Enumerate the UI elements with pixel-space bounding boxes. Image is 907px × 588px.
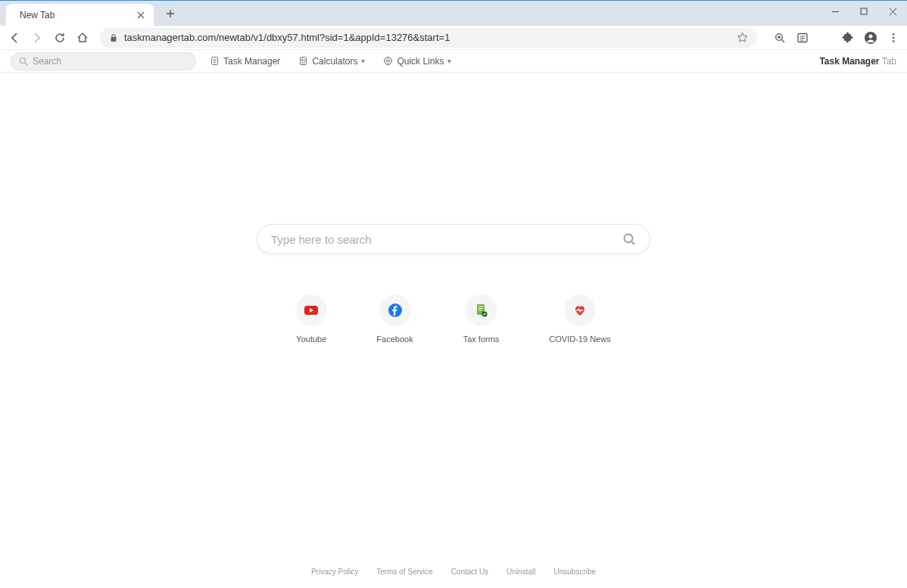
extensions-icon[interactable] bbox=[839, 29, 857, 47]
tab-title: New Tab bbox=[14, 10, 136, 20]
maximize-button[interactable] bbox=[849, 1, 878, 22]
reader-icon[interactable] bbox=[793, 29, 812, 47]
calculator-icon bbox=[298, 56, 308, 66]
quick-links-menu[interactable]: Quick Links ▾ bbox=[379, 53, 456, 70]
brand-logo: Task Manager Tab bbox=[819, 56, 896, 67]
main-search-input[interactable] bbox=[271, 233, 622, 246]
minimize-button[interactable] bbox=[821, 1, 849, 22]
browser-tab[interactable]: New Tab bbox=[6, 4, 154, 26]
chevron-down-icon: ▾ bbox=[361, 57, 365, 65]
main-search-bar[interactable] bbox=[257, 224, 650, 254]
main-content: Youtube Facebook Tax forms COVID-19 News… bbox=[0, 73, 907, 588]
close-window-button[interactable] bbox=[878, 1, 907, 22]
shortcut-label: COVID-19 News bbox=[549, 334, 610, 344]
svg-point-13 bbox=[625, 235, 633, 243]
lock-icon bbox=[109, 33, 118, 42]
quick-links-label: Quick Links bbox=[397, 56, 444, 67]
footer-link-contact[interactable]: Contact Us bbox=[451, 568, 488, 576]
calculators-menu[interactable]: Calculators ▾ bbox=[294, 53, 369, 70]
shortcut-label: Facebook bbox=[376, 334, 413, 344]
search-icon bbox=[19, 57, 28, 66]
heart-icon bbox=[565, 295, 595, 325]
svg-point-6 bbox=[893, 33, 895, 36]
back-button[interactable] bbox=[5, 28, 24, 48]
svg-rect-11 bbox=[301, 58, 307, 65]
search-icon[interactable] bbox=[622, 232, 636, 246]
address-bar[interactable]: taskmanagertab.com/newtab/v1/dbxy57.html… bbox=[100, 28, 757, 48]
svg-point-7 bbox=[893, 36, 895, 39]
youtube-icon bbox=[296, 295, 326, 325]
new-tab-button[interactable] bbox=[160, 3, 181, 24]
extension-toolbar: Search Task Manager Calculators ▾ Quick … bbox=[0, 50, 907, 73]
bookmark-star-icon[interactable] bbox=[737, 32, 748, 43]
chevron-down-icon: ▾ bbox=[447, 57, 451, 65]
footer-link-terms[interactable]: Terms of Service bbox=[376, 568, 432, 576]
zoom-icon[interactable] bbox=[771, 29, 789, 47]
toolbar-search[interactable]: Search bbox=[11, 52, 196, 70]
facebook-icon bbox=[380, 295, 410, 325]
calculators-label: Calculators bbox=[312, 56, 357, 67]
tax-forms-icon bbox=[466, 295, 497, 325]
shortcut-facebook[interactable]: Facebook bbox=[376, 295, 413, 344]
svg-point-5 bbox=[869, 34, 873, 38]
tab-bar: New Tab bbox=[0, 1, 907, 26]
menu-icon[interactable] bbox=[884, 29, 902, 47]
shortcut-youtube[interactable]: Youtube bbox=[296, 295, 326, 344]
tab-close-icon[interactable] bbox=[136, 10, 146, 20]
profile-icon[interactable] bbox=[862, 29, 880, 47]
shortcut-label: Youtube bbox=[296, 334, 326, 344]
shortcuts-row: Youtube Facebook Tax forms COVID-19 News bbox=[296, 295, 610, 344]
svg-point-9 bbox=[20, 58, 26, 63]
home-button[interactable] bbox=[73, 28, 92, 48]
forward-button[interactable] bbox=[27, 28, 47, 48]
svg-point-8 bbox=[893, 40, 895, 42]
svg-rect-1 bbox=[111, 37, 117, 42]
window-controls bbox=[821, 1, 907, 22]
footer-links: Privacy Policy Terms of Service Contact … bbox=[0, 568, 907, 576]
footer-link-privacy[interactable]: Privacy Policy bbox=[311, 568, 358, 576]
toolbar-search-placeholder: Search bbox=[33, 56, 61, 67]
footer-link-uninstall[interactable]: Uninstall bbox=[506, 568, 535, 576]
shortcut-label: Tax forms bbox=[463, 334, 500, 344]
globe-icon bbox=[383, 56, 393, 66]
clipboard-icon bbox=[210, 56, 220, 66]
reload-button[interactable] bbox=[50, 28, 70, 48]
svg-rect-0 bbox=[861, 8, 867, 14]
url-text: taskmanagertab.com/newtab/v1/dbxy57.html… bbox=[124, 32, 737, 43]
shortcut-covid-news[interactable]: COVID-19 News bbox=[549, 295, 610, 344]
footer-link-unsubscribe[interactable]: Unsubscribe bbox=[553, 568, 596, 576]
nav-bar: taskmanagertab.com/newtab/v1/dbxy57.html… bbox=[0, 26, 907, 50]
shortcut-tax-forms[interactable]: Tax forms bbox=[463, 295, 500, 344]
task-manager-link[interactable]: Task Manager bbox=[205, 53, 285, 70]
task-manager-label: Task Manager bbox=[223, 56, 280, 67]
